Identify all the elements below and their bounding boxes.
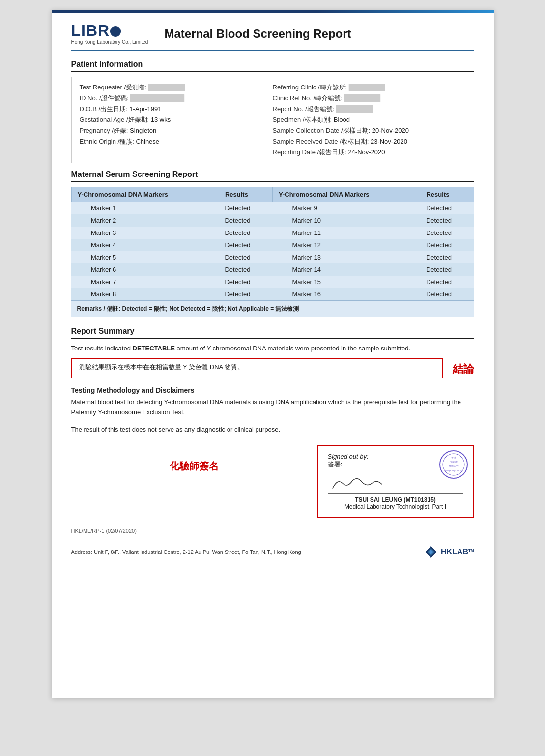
patient-row: Sample Received Date /收樣日期: 23-Nov-2020 [273, 136, 466, 147]
label-clinic: Referring Clinic /轉介診所: [273, 84, 349, 91]
methodology-text-2: The result of this test does not serve a… [71, 425, 474, 435]
right-marker-result: Detected [420, 276, 474, 288]
methodology-section: Testing Methodology and Disclaimers Mate… [71, 386, 474, 435]
conclusion-box: 測驗結果顯示在樣本中在在相當數量 Y 染色體 DNA 物質。 結論 [71, 358, 474, 378]
detectable-text: DETECTABLE [133, 345, 175, 352]
right-marker-name: Marker 9 [272, 202, 420, 215]
label-specimen: Specimen /樣本類別: [273, 116, 334, 123]
patient-row: Test Requester /受測者: ████████ [80, 82, 273, 93]
right-marker-result: Detected [420, 202, 474, 215]
value-received-date: 23-Nov-2020 [371, 138, 407, 145]
svg-text:Hong Kong Lab Co.: Hong Kong Lab Co. [445, 469, 462, 472]
doc-ref: HKL/ML/RP-1 (02/07/2020) [71, 528, 474, 534]
signer-name: TSUI SAI LEUNG (MT101315) [328, 496, 463, 503]
patient-row: Specimen /樣本類別: Blood [273, 115, 466, 125]
right-marker-name: Marker 14 [272, 263, 420, 276]
address-text: Address: Unit F, 8/F., Valiant Industria… [71, 549, 301, 555]
patient-right-col: Referring Clinic /轉介診所: ████████ Clinic … [273, 82, 466, 158]
col-header-4: Results [420, 187, 474, 202]
label-ethnic: Ethnic Origin /種族: [80, 138, 136, 145]
left-marker-result: Detected [219, 251, 272, 263]
left-marker-name: Marker 1 [71, 202, 219, 215]
summary-section: Report Summary Test results indicated DE… [71, 327, 474, 378]
value-pregnancy: Singleton [130, 127, 156, 134]
hklab-text: HKLABTM [441, 548, 474, 556]
header: LIBR Hong Kong Laboratory Co., Limited M… [71, 23, 474, 51]
left-marker-result: Detected [219, 263, 272, 276]
left-marker-result: Detected [219, 227, 272, 239]
label-clinic-ref: Clinic Ref No. /轉介編號: [273, 94, 344, 102]
signature-area: 化驗師簽名 香港 化驗所 有限公司 Hong Kong Lab Co. Sign… [71, 445, 474, 518]
label-requester: Test Requester /受測者: [80, 84, 149, 91]
right-marker-result: Detected [420, 214, 474, 227]
left-marker-result: Detected [219, 276, 272, 288]
svg-text:化驗所: 化驗所 [450, 460, 457, 463]
value-id: ████████████ [130, 94, 185, 102]
left-marker-name: Marker 5 [71, 251, 219, 263]
sign-chinese-label: 簽署: [328, 460, 369, 469]
serum-section: Maternal Serum Screening Report Y-Chromo… [71, 170, 474, 317]
left-marker-name: Marker 2 [71, 214, 219, 227]
label-pregnancy: Pregnancy /妊娠: [80, 127, 130, 134]
left-marker-result: Detected [219, 202, 272, 215]
sign-out-label: Signed out by: [328, 453, 369, 460]
right-marker-name: Marker 11 [272, 227, 420, 239]
value-clinic: ████████ [349, 84, 385, 91]
hklab-diamond-icon [424, 545, 438, 559]
value-dob: 1-Apr-1991 [129, 105, 161, 113]
screening-table: Y-Chromosomal DNA Markers Results Y-Chro… [71, 187, 474, 300]
right-marker-result: Detected [420, 227, 474, 239]
label-received-date: Sample Received Date /收樣日期: [273, 138, 371, 145]
patient-grid: Test Requester /受測者: ████████ ID No. /證件… [71, 77, 474, 163]
patient-row: Referring Clinic /轉介診所: ████████ [273, 82, 466, 93]
col-header-1: Y-Chromosomal DNA Markers [71, 187, 219, 202]
left-marker-name: Marker 8 [71, 288, 219, 300]
value-report-no: ████████ [336, 105, 373, 113]
conclusion-label: 結論 [453, 358, 474, 377]
chinese-summary-text: 測驗結果顯示在樣本中在在相當數量 Y 染色體 DNA 物質。 [79, 363, 435, 372]
right-marker-result: Detected [420, 251, 474, 263]
left-marker-name: Marker 4 [71, 239, 219, 251]
chemist-label: 化驗師簽名 [71, 445, 317, 473]
signer-title: Medical Laboratory Technologist, Part I [328, 503, 463, 510]
col-header-3: Y-Chromosomal DNA Markers [272, 187, 420, 202]
value-requester: ████████ [148, 84, 185, 91]
serum-section-title: Maternal Serum Screening Report [71, 170, 474, 182]
patient-row: ID No. /證件號碼: ████████████ [80, 93, 273, 104]
value-ethnic: Chinese [136, 138, 159, 145]
right-marker-result: Detected [420, 288, 474, 300]
methodology-text-1: Maternal blood test for detecting Y-chro… [71, 397, 474, 418]
sign-box: 香港 化驗所 有限公司 Hong Kong Lab Co. Signed out… [317, 445, 474, 518]
right-marker-name: Marker 16 [272, 288, 420, 300]
patient-row: Gestational Age /妊娠期: 13 wks [80, 115, 273, 125]
stamp-icon: 香港 化驗所 有限公司 Hong Kong Lab Co. [439, 450, 468, 479]
value-gest-age: 13 wks [151, 116, 171, 123]
summary-text: Test results indicated DETECTABLE amount… [71, 344, 474, 354]
red-box: 測驗結果顯示在樣本中在在相當數量 Y 染色體 DNA 物質。 [71, 358, 443, 378]
address-line: Address: Unit F, 8/F., Valiant Industria… [71, 541, 474, 559]
svg-text:香港: 香港 [451, 456, 456, 459]
svg-text:有限公司: 有限公司 [449, 464, 459, 467]
right-marker-name: Marker 10 [272, 214, 420, 227]
logo-area: LIBR Hong Kong Laboratory Co., Limited [71, 23, 150, 45]
label-dob: D.O.B /出生日期: [80, 105, 130, 113]
patient-section-title: Patient Information [71, 60, 474, 72]
label-id: ID No. /證件號碼: [80, 94, 130, 102]
value-clinic-ref: ████████ [344, 94, 380, 102]
right-marker-name: Marker 13 [272, 251, 420, 263]
patient-left-col: Test Requester /受測者: ████████ ID No. /證件… [80, 82, 273, 158]
report-page: LIBR Hong Kong Laboratory Co., Limited M… [52, 10, 494, 698]
patient-section: Patient Information Test Requester /受測者:… [71, 60, 474, 163]
left-marker-name: Marker 7 [71, 276, 219, 288]
right-marker-name: Marker 15 [272, 276, 420, 288]
summary-section-title: Report Summary [71, 327, 474, 339]
value-specimen: Blood [334, 116, 350, 123]
label-report-date: Reporting Date /報告日期: [273, 148, 348, 156]
left-marker-name: Marker 6 [71, 263, 219, 276]
left-marker-result: Detected [219, 239, 272, 251]
patient-row: Reporting Date /報告日期: 24-Nov-2020 [273, 147, 466, 158]
right-marker-name: Marker 12 [272, 239, 420, 251]
logo-sub: Hong Kong Laboratory Co., Limited [71, 39, 148, 45]
patient-row: Clinic Ref No. /轉介編號: ████████ [273, 93, 466, 104]
methodology-title: Testing Methodology and Disclaimers [71, 386, 474, 394]
